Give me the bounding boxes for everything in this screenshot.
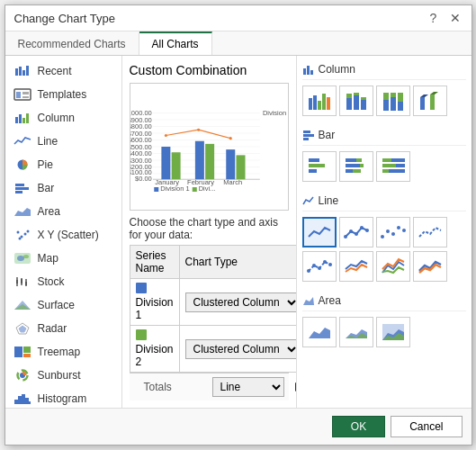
bar-label: Bar: [38, 182, 55, 194]
svg-rect-142: [382, 164, 396, 167]
chart-option-line6[interactable]: [339, 251, 373, 282]
chart-option-clustered-bar[interactable]: [302, 151, 337, 182]
svg-rect-85: [161, 147, 170, 179]
bar-section-icon: [302, 130, 315, 140]
chart-option-100-col[interactable]: [376, 86, 410, 116]
svg-point-92: [197, 129, 200, 131]
chart-option-area1[interactable]: [302, 317, 337, 347]
svg-rect-36: [23, 346, 31, 353]
map-label: Map: [38, 252, 58, 265]
chart-option-line5[interactable]: [302, 251, 337, 282]
svg-rect-108: [318, 101, 321, 110]
chart-option-area3[interactable]: [376, 317, 410, 347]
svg-rect-41: [18, 396, 22, 404]
svg-rect-122: [398, 93, 403, 102]
sidebar-item-surface[interactable]: Surface: [5, 293, 121, 317]
picker-bar-row: [302, 149, 466, 184]
treemap-label: Treemap: [38, 346, 81, 358]
svg-point-91: [164, 134, 166, 137]
sidebar-item-area[interactable]: Area: [5, 200, 121, 223]
series2-chart-type-select[interactable]: Clustered Column Line Area: [185, 339, 296, 359]
svg-rect-135: [346, 164, 360, 167]
choose-label: Choose the chart type and axis for your …: [130, 216, 289, 241]
svg-rect-137: [346, 169, 353, 173]
svg-rect-140: [382, 158, 391, 162]
sidebar-item-scatter[interactable]: X Y (Scatter): [5, 223, 121, 247]
sunburst-icon: [13, 368, 32, 382]
sidebar-item-map[interactable]: Map: [5, 247, 121, 270]
chart-option-line8[interactable]: [413, 251, 447, 282]
series2-chart-type-cell: Clustered Column Line Area: [179, 326, 295, 373]
series1-name-text: Division 1: [136, 296, 174, 321]
series1-color-swatch: [136, 283, 147, 293]
chart-option-line4[interactable]: [413, 217, 447, 248]
surface-icon: [13, 298, 32, 312]
svg-rect-125: [430, 94, 435, 110]
svg-rect-97: [154, 187, 158, 192]
svg-rect-110: [327, 97, 330, 110]
series1-chart-type-select[interactable]: Clustered Column Line Area: [185, 292, 296, 312]
cursor-icon: [293, 381, 296, 393]
sidebar-item-stock[interactable]: Stock: [5, 270, 121, 293]
series1-chart-type-cell: Clustered Column Line Area: [179, 279, 295, 326]
area-icon: [13, 204, 32, 219]
scatter-label: X Y (Scatter): [38, 229, 99, 241]
sidebar-item-column[interactable]: Column: [5, 106, 121, 130]
title-bar: Change Chart Type ? ✕: [5, 5, 472, 32]
help-button[interactable]: ?: [427, 11, 441, 25]
sidebar-item-recent[interactable]: Recent: [5, 59, 121, 83]
svg-text:Division 1: Division 1: [160, 184, 190, 193]
main-panel: Custom Combination $1,000.00 $900.00 $80…: [122, 56, 296, 408]
tab-all-charts[interactable]: All Charts: [139, 32, 212, 55]
totals-chart-type-select[interactable]: Line Clustered Column Area: [212, 377, 284, 397]
line-icon: [13, 134, 32, 148]
svg-rect-3: [26, 66, 29, 76]
chart-option-line3[interactable]: [376, 217, 410, 248]
picker-column-title: Column: [302, 59, 466, 80]
svg-point-154: [402, 229, 406, 232]
svg-rect-30: [25, 282, 27, 285]
preview-chart: $1,000.00 $900.00 $800.00 $700.00 $600.0…: [130, 83, 289, 211]
svg-rect-131: [309, 164, 325, 167]
sidebar-item-radar[interactable]: Radar: [5, 317, 121, 340]
sidebar-item-sunburst[interactable]: Sunburst: [5, 364, 121, 387]
chart-option-3d-col[interactable]: [413, 86, 447, 116]
series2-name: Division 2: [130, 326, 179, 373]
cancel-button[interactable]: Cancel: [391, 416, 462, 437]
sidebar-item-treemap[interactable]: Treemap: [5, 340, 121, 364]
sidebar-item-pie[interactable]: Pie: [5, 153, 121, 176]
sidebar-item-bar[interactable]: Bar: [5, 176, 121, 200]
chart-option-line1[interactable]: [302, 217, 337, 248]
chart-option-clustered-col[interactable]: [302, 86, 337, 116]
picker-column-label: Column: [319, 63, 355, 76]
svg-rect-28: [21, 279, 22, 284]
svg-rect-133: [346, 158, 356, 162]
picker-area-row: [302, 315, 466, 349]
svg-marker-161: [309, 328, 330, 338]
picker-area-title: Area: [302, 291, 466, 311]
tab-recommended[interactable]: Recommended Charts: [5, 32, 139, 55]
chart-option-100-bar[interactable]: [376, 151, 410, 182]
sidebar-item-templates[interactable]: Templates: [5, 83, 121, 106]
chart-option-area2[interactable]: [339, 317, 373, 347]
ok-button[interactable]: OK: [332, 416, 385, 437]
svg-rect-8: [15, 117, 18, 123]
svg-rect-103: [303, 68, 306, 75]
chart-option-line7[interactable]: [376, 251, 410, 282]
chart-option-stacked-bar[interactable]: [339, 151, 373, 182]
svg-rect-15: [15, 191, 22, 194]
close-button[interactable]: ✕: [448, 11, 463, 25]
chart-option-stacked-col[interactable]: [339, 86, 373, 116]
chart-option-line2[interactable]: [339, 217, 373, 248]
svg-rect-129: [303, 138, 309, 140]
sidebar-item-line[interactable]: Line: [5, 130, 121, 153]
picker-section-bar: Bar: [297, 122, 472, 187]
sidebar-item-histogram[interactable]: Histogram: [5, 387, 121, 408]
column-label: Column: [38, 112, 75, 124]
svg-point-21: [18, 238, 21, 240]
svg-rect-10: [22, 118, 25, 123]
svg-rect-42: [22, 394, 25, 404]
svg-rect-116: [361, 97, 366, 100]
picker-line-row-1: [302, 215, 466, 249]
svg-rect-13: [15, 184, 24, 186]
